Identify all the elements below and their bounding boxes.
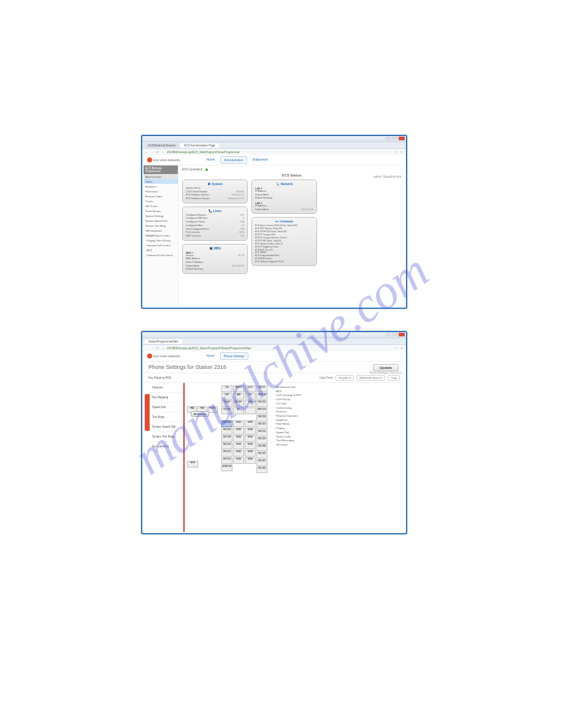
sidebar-item-system-speed-dial[interactable]: System Speed Dial [144,218,178,223]
leftnav-key-labelling[interactable]: Key Labelling [150,442,183,452]
sidebar-item-trunks[interactable]: Trunks [144,199,178,203]
sidebar-item-vm-integration[interactable]: VM Integration [144,228,178,233]
sidebar-item-vmaa-packet-codes[interactable]: VM/AA Packet Codes [144,233,178,238]
feature-item[interactable]: Features [275,410,301,414]
feature-item[interactable]: CO Calls [275,402,301,406]
key[interactable]: A LIST [245,385,256,392]
key[interactable]: DSS 2225 [256,400,267,407]
key[interactable]: NONE [233,442,244,449]
maximize-button[interactable] [392,137,398,140]
minimize-button[interactable] [385,333,391,336]
key[interactable]: ICM [221,385,232,392]
sidebar-item-acd[interactable]: ACD [144,248,178,252]
template-select[interactable]: Template ▾ [335,375,354,381]
menu-icon[interactable]: ≡ [400,346,404,350]
key[interactable]: DSS 2216 [256,415,267,422]
back-icon[interactable]: ← [145,150,148,154]
key[interactable]: NONE [245,420,256,427]
leftnav-key-mapping[interactable]: Key Mapping [150,393,183,403]
leftnav-speed-dial[interactable]: Speed Dial [150,403,183,412]
all-stations-button[interactable]: All Stations [191,411,209,417]
sidebar-item-extensions[interactable]: Extensions [144,189,178,194]
close-button[interactable] [399,137,405,140]
key[interactable]: DSS 2306 [256,444,267,451]
feature-item[interactable]: Call Coverage & DSS [275,393,301,398]
key[interactable]: CALLBK [221,400,232,407]
key[interactable]: NONE 2162 [221,464,232,471]
key[interactable]: NONE [245,457,256,464]
url-input[interactable]: c54:8800/uiviewt.jsp/ECS_StationProgramK… [167,347,393,350]
key[interactable]: NONE [233,420,244,427]
key-selected[interactable]: DSS 2201 [221,420,232,427]
key[interactable]: ACD 78 [256,385,267,392]
sidebar-item-hardware[interactable]: Hardware [144,184,178,189]
key[interactable]: WEB [245,400,256,407]
key[interactable]: DSS 2217 [256,422,267,429]
nav-phone-settings[interactable]: Phone Settings [220,352,248,360]
reload-icon[interactable]: ⟳ [156,150,159,154]
key[interactable]: DSS 2210 [221,442,232,449]
nav-home[interactable]: Home [204,156,218,164]
star-icon[interactable]: ☆ [394,346,398,350]
sidebar-item-inbound-call[interactable]: Inbound Call Control [144,243,178,248]
key[interactable]: DST DIR [221,408,232,414]
nav-home[interactable]: Home [204,352,218,360]
feature-item[interactable]: Call Pick-Up [275,398,301,402]
key[interactable]: NONE [233,457,244,464]
tab-station-programmer[interactable]: StationProgrammerMain [145,339,182,344]
sidebar-section-admin[interactable]: Administration [144,174,178,179]
sidebar-item-status[interactable]: Status [144,179,178,184]
key[interactable]: NONE [245,428,256,434]
feature-item[interactable]: Abandoned Calls [275,385,301,390]
key[interactable]: MBA [233,393,244,400]
feature-item[interactable]: Hold/Park [275,419,301,423]
feature-item[interactable]: Voicemail [275,443,301,447]
key[interactable]: DSS 2219 [256,430,267,436]
feature-item[interactable]: Text Messaging [275,439,301,443]
feature-item[interactable]: Hotel Mode [275,422,301,427]
sidebar-item-outbound-call[interactable]: Outbound Call Control [144,252,178,257]
key[interactable]: NONE [233,450,244,457]
feature-item[interactable]: Paging [275,427,301,431]
sidebar-item-sip-trunks[interactable]: SIP Trunks [144,203,178,208]
key[interactable]: DSS 2211 [256,452,267,458]
nav-diagnostics[interactable]: Diagnostics [250,156,272,164]
copy-button[interactable]: Copy [388,375,400,381]
leftnav-system-speed-dial[interactable]: System Speed Dial [150,422,183,432]
minimize-button[interactable] [385,137,391,140]
home-icon[interactable]: ⌂ [161,346,165,350]
url-input[interactable]: c54:8800/uiviewt.jsp/ECS_WebProgramK/Use… [167,151,393,154]
feature-item[interactable]: Conferencing [275,406,301,411]
key[interactable]: MBOX 0 [233,385,244,392]
model-select[interactable]: 4800 8x60 Square ▾ [356,375,385,381]
update-button[interactable]: Update [373,364,399,371]
feature-item[interactable]: Station Calls [275,435,301,439]
feature-item[interactable]: Speed Dial [275,431,301,435]
star-icon[interactable]: ☆ [394,150,398,154]
back-icon[interactable]: ← [145,346,148,350]
sidebar-item-feature-codes[interactable]: Feature Codes [144,194,178,199]
key[interactable]: DSS 2212 [221,450,232,457]
sidebar-item-paging-hunt[interactable]: Paging / Hunt Group [144,238,178,243]
key-spkr[interactable]: SPKR [187,461,198,468]
close-button[interactable] [399,333,405,336]
key[interactable]: DSS 2203 [221,435,232,442]
key[interactable] [245,408,256,414]
key[interactable]: NONE [233,435,244,442]
key[interactable]: DSS 2202 [221,428,232,434]
key[interactable]: ACDB 78 [256,393,267,400]
key[interactable]: NONE [233,428,244,434]
feature-item[interactable]: ACD [275,390,301,394]
feature-item[interactable]: Headset Operation [275,414,301,419]
key[interactable]: FWD [221,393,232,400]
key[interactable]: NONE [245,450,256,457]
leftnav-features[interactable]: Features [150,383,183,393]
reload-icon[interactable]: ⟳ [156,346,159,350]
tab-ecs-admin[interactable]: ECS Administration Page [180,143,219,148]
home-icon[interactable]: ⌂ [161,150,165,154]
key[interactable]: LIST [245,393,256,400]
key[interactable]: DSS 2311 [256,459,267,466]
key-hld[interactable]: HLD/Pk [208,406,218,413]
key[interactable]: MFD 2229 [256,408,267,414]
key[interactable]: DSS 2324 [256,466,267,473]
